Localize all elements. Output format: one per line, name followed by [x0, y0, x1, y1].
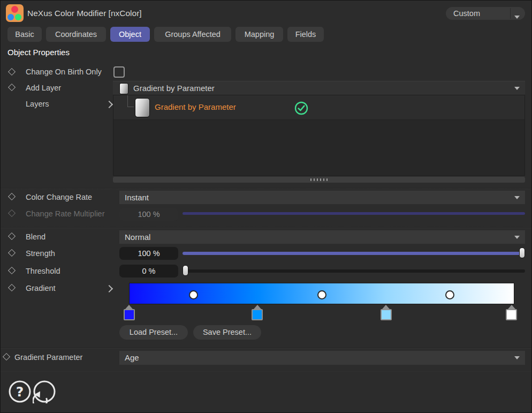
stop-color-swatch [124, 309, 135, 320]
chevron-right-icon[interactable] [105, 101, 113, 108]
change-rate-multiplier-field: 100 % [119, 208, 178, 221]
gradient-layer-icon [135, 98, 150, 117]
stop-pointer [508, 305, 515, 309]
threshold-slider[interactable] [183, 269, 525, 273]
gradient-stop-marker[interactable] [506, 305, 518, 320]
save-preset-button[interactable]: Save Preset... [193, 325, 261, 340]
color-change-rate-dropdown[interactable]: Instant [119, 191, 525, 204]
app-icon [6, 4, 24, 22]
svg-text:?: ? [16, 384, 24, 400]
tab-fields[interactable]: Fields [287, 27, 324, 42]
divider [510, 8, 511, 19]
strength-slider[interactable] [183, 252, 525, 255]
separator [1, 370, 532, 371]
blend-label: Blend [26, 230, 45, 244]
gradient-stop-marker[interactable] [252, 305, 263, 320]
gradient-parameter-value: Age [125, 351, 139, 365]
stop-color-swatch [252, 309, 263, 320]
color-change-rate-value: Instant [125, 191, 149, 204]
change-on-birth-only-label: Change On Birth Only [26, 65, 102, 79]
layer-name: Gradient by Parameter [155, 95, 236, 119]
strength-label: Strength [26, 247, 55, 260]
nexus-color-modifier-window: NeXus Color Modifier [nxColor] Custom Ba… [0, 0, 532, 413]
layer-type-icon [119, 83, 128, 94]
load-preset-button[interactable]: Load Preset... [119, 325, 188, 340]
slider-handle[interactable] [519, 247, 525, 258]
gradient-stop-marker[interactable] [123, 305, 135, 320]
blend-dropdown[interactable]: Normal [119, 230, 525, 244]
help-icon[interactable]: ? [8, 380, 32, 403]
layer-enabled-check-icon[interactable] [294, 101, 308, 115]
keyframe-diamond-icon[interactable] [8, 232, 16, 240]
section-title: Object Properties [7, 48, 70, 57]
stop-color-swatch [381, 309, 392, 320]
slider-handle[interactable] [183, 265, 188, 276]
tree-connector [127, 95, 134, 107]
color-change-rate-label: Color Change Rate [26, 191, 92, 204]
blue-dot-icon [7, 14, 14, 20]
keyframe-diamond-icon[interactable] [8, 267, 16, 274]
tab-groups-affected[interactable]: Groups Affected [154, 27, 231, 42]
layers-label: Layers [26, 97, 49, 111]
red-dot-icon [11, 6, 18, 13]
add-layer-label: Add Layer [26, 81, 61, 95]
keyframe-diamond-icon[interactable] [8, 249, 16, 257]
chevron-down-icon [514, 356, 520, 359]
window-title: NeXus Color Modifier [nxColor] [27, 1, 142, 26]
chevron-down-icon [514, 236, 520, 239]
chevron-down-icon [514, 196, 520, 199]
gradient-label: Gradient [26, 282, 56, 295]
chevron-down-icon[interactable] [514, 12, 520, 20]
strength-field[interactable]: 100 % [119, 247, 178, 260]
chevron-right-icon[interactable] [105, 285, 113, 292]
preset-selector[interactable]: Custom [446, 7, 525, 20]
gradient-parameter-dropdown[interactable]: Age [119, 351, 525, 365]
gradient-bar[interactable] [129, 283, 514, 304]
layers-list[interactable]: Gradient by Parameter [113, 95, 525, 176]
add-layer-selected: Gradient by Parameter [133, 81, 215, 95]
keyframe-diamond-icon[interactable] [3, 353, 10, 361]
stop-pointer [125, 305, 133, 309]
threshold-label: Threshold [26, 265, 60, 278]
gradient-knot[interactable] [445, 290, 454, 299]
tab-coordinates[interactable]: Coordinates [46, 27, 106, 42]
blend-value: Normal [125, 230, 150, 244]
separator [1, 348, 532, 349]
keyframe-diamond-icon[interactable] [8, 284, 16, 291]
stop-pointer [382, 305, 390, 309]
add-layer-dropdown[interactable]: Gradient by Parameter [113, 81, 525, 95]
gradient-knot[interactable] [317, 290, 326, 299]
change-on-birth-only-checkbox[interactable] [113, 66, 125, 78]
reset-icon[interactable] [33, 380, 56, 403]
change-rate-multiplier-label: Change Rate Multiplier [26, 207, 105, 221]
gradient-stop-marker[interactable] [380, 305, 392, 320]
layer-list-item[interactable]: Gradient by Parameter [113, 95, 525, 120]
separator [1, 188, 532, 189]
keyframe-diamond-icon[interactable] [8, 84, 16, 91]
change-rate-multiplier-slider [183, 212, 525, 215]
gradient-parameter-label: Gradient Parameter [14, 351, 82, 364]
keyframe-diamond-icon[interactable] [8, 193, 16, 200]
gradient-stops-strip[interactable] [129, 304, 514, 321]
preset-selector-value[interactable]: Custom [453, 7, 480, 20]
tab-basic[interactable]: Basic [7, 27, 42, 42]
tab-mapping[interactable]: Mapping [235, 27, 283, 42]
separator [1, 227, 532, 228]
green-dot-icon [15, 14, 21, 20]
gradient-knot[interactable] [189, 290, 198, 299]
tab-object[interactable]: Object [110, 27, 150, 42]
stop-pointer [254, 305, 261, 309]
threshold-field[interactable]: 0 % [119, 265, 178, 277]
chevron-down-icon [514, 87, 520, 90]
horizontal-scrollbar[interactable] [113, 177, 525, 183]
keyframe-diamond-icon [8, 209, 16, 217]
stop-color-swatch [506, 309, 517, 320]
keyframe-diamond-icon[interactable] [8, 68, 16, 76]
